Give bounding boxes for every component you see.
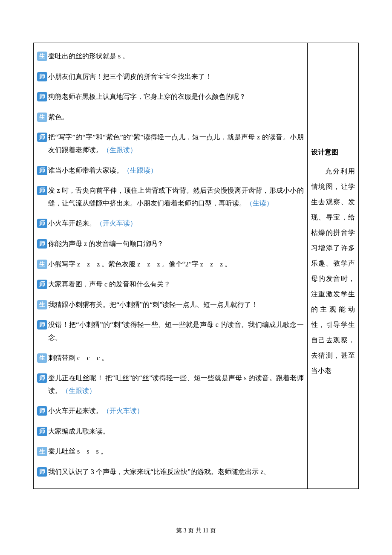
teacher-badge-icon: 师	[37, 166, 47, 175]
speech-text: 狗熊老师在黑板上认真地写字，它身上穿的衣服是什么颜色的呢？	[48, 93, 246, 100]
teacher-badge-icon: 师	[37, 406, 47, 416]
design-intent-text: 充分利用情境图，让学生去观察、发现、寻宝，给枯燥的拼音学习增添了许多乐趣。教学声…	[311, 168, 355, 374]
speech-text: 蚕吐出的丝的形状就是 s 。	[48, 52, 129, 60]
teacher-badge-icon: 师	[37, 72, 47, 81]
dialogue-text: 蚕吐出的丝的形状就是 s 。	[48, 50, 304, 63]
dialogue-line: 生小熊写字 z z z 。紫色衣服 z z z 。像个“2”字 z z z 。	[37, 258, 304, 271]
dialogue-text: 狗熊老师在黑板上认真地写字，它身上穿的衣服是什么颜色的呢？	[48, 90, 304, 103]
dialogue-line: 师我们又认识了 3 个声母，大家来玩“比谁反应快”的游戏。老师随意出示 z、	[37, 465, 304, 478]
speech-text: 我猜跟小刺猬有关。把“小刺猬”的“刺”读轻一点儿、短一点儿就行了！	[48, 301, 258, 308]
annotation-text: （生跟读）	[103, 146, 137, 153]
dialogue-text: 你能为声母 z 的发音编一句顺口溜吗？	[48, 237, 304, 250]
dialogue-text: 谁当小老师带着大家读。（生跟读）	[48, 164, 304, 177]
teacher-badge-icon: 师	[37, 92, 47, 101]
dialogue-text: 蚕儿正在吐丝呢！ 把“吐丝”的“丝”读得轻一些、短一些就是声母 s 的读音。跟着…	[48, 372, 304, 397]
dialogue-text: 大家再看图，声母 c 的发音和什么有关？	[48, 278, 304, 291]
dialogue-text: 没错！把“小刺猬”的“刺”读得轻一些、短一些就是声母 c 的读音。我们编成儿歌念…	[48, 318, 304, 344]
dialogue-line: 生紫色。	[37, 111, 304, 124]
speech-text: 小熊写字 z z z 。紫色衣服 z z z 。像个“2”字 z z z 。	[48, 260, 231, 268]
student-badge-icon: 生	[37, 52, 47, 61]
student-badge-icon: 生	[37, 447, 47, 456]
speech-text: 小朋友们真厉害！把三个调皮的拼音宝宝全找出来了！	[48, 73, 212, 80]
teacher-badge-icon: 师	[37, 320, 47, 330]
dialogue-text: 我们又认识了 3 个声母，大家来玩“比谁反应快”的游戏。老师随意出示 z、	[48, 465, 304, 478]
annotation-text: （生读）	[246, 199, 273, 207]
dialogue-line: 师发 z 时，舌尖向前平伸，顶住上齿背或下齿背。然后舌尖慢慢离开齿背，形成小小的…	[37, 184, 304, 209]
dialogue-text: 蚕儿吐丝 s s s 。	[48, 445, 304, 458]
page: 生蚕吐出的丝的形状就是 s 。师小朋友们真厉害！把三个调皮的拼音宝宝全找出来了！…	[0, 0, 392, 555]
annotation-text: （生跟读）	[123, 167, 157, 174]
speech-text: 刺猬带刺 c c c 。	[48, 354, 108, 361]
dialogue-line: 师把“写字”的“字”和“紫色”的“紫”读得轻一点儿，短一点儿，就是声母 z 的读…	[37, 131, 304, 156]
dialogue-text: 小朋友们真厉害！把三个调皮的拼音宝宝全找出来了！	[48, 70, 304, 83]
dialogue-line: 生蚕吐出的丝的形状就是 s 。	[37, 50, 304, 63]
dialogue-text: 发 z 时，舌尖向前平伸，顶住上齿背或下齿背。然后舌尖慢慢离开齿背，形成小小的缝…	[48, 184, 304, 209]
speech-text: 你能为声母 z 的发音编一句顺口溜吗？	[48, 240, 164, 247]
teacher-badge-icon: 师	[37, 467, 47, 477]
dialogue-line: 师狗熊老师在黑板上认真地写字，它身上穿的衣服是什么颜色的呢？	[37, 90, 304, 103]
dialogue-text: 我猜跟小刺猬有关。把“小刺猬”的“刺”读轻一点儿、短一点儿就行了！	[48, 298, 304, 311]
dialogue-line: 生刺猬带刺 c c c 。	[37, 352, 304, 364]
student-badge-icon: 生	[37, 353, 47, 363]
teacher-badge-icon: 师	[37, 373, 47, 383]
dialogue-column: 生蚕吐出的丝的形状就是 s 。师小朋友们真厉害！把三个调皮的拼音宝宝全找出来了！…	[34, 43, 308, 489]
teacher-badge-icon: 师	[37, 186, 47, 195]
dialogue-line: 师没错！把“小刺猬”的“刺”读得轻一些、短一些就是声母 c 的读音。我们编成儿歌…	[37, 318, 304, 344]
speech-text: 我们又认识了 3 个声母，大家来玩“比谁反应快”的游戏。老师随意出示 z、	[48, 468, 270, 475]
speech-text: 小火车开起来读。	[48, 407, 103, 414]
dialogue-line: 师小朋友们真厉害！把三个调皮的拼音宝宝全找出来了！	[37, 70, 304, 83]
dialogue-line: 师大家再看图，声母 c 的发音和什么有关？	[37, 278, 304, 291]
teacher-badge-icon: 师	[37, 427, 47, 436]
dialogue-line: 师谁当小老师带着大家读。（生跟读）	[37, 164, 304, 177]
dialogue-text: 刺猬带刺 c c c 。	[48, 352, 304, 364]
annotation-text: （生跟读）	[62, 387, 96, 394]
student-badge-icon: 生	[37, 300, 47, 309]
teacher-badge-icon: 师	[37, 133, 47, 142]
speech-text: 把“写字”的“字”和“紫色”的“紫”读得轻一点儿，短一点儿，就是声母 z 的读音…	[48, 133, 304, 153]
speech-text: 紫色。	[48, 113, 69, 121]
dialogue-line: 师大家编成儿歌来读。	[37, 425, 304, 438]
design-intent-heading: 设计意图	[311, 148, 355, 157]
dialogue-line: 师小火车开起来读。（开火车读）	[37, 405, 304, 417]
speech-text: 谁当小老师带着大家读。	[48, 167, 123, 174]
dialogue-text: 小火车开起来。（开火车读）	[48, 217, 304, 230]
dialogue-line: 师你能为声母 z 的发音编一句顺口溜吗？	[37, 237, 304, 250]
dialogue-lines: 生蚕吐出的丝的形状就是 s 。师小朋友们真厉害！把三个调皮的拼音宝宝全找出来了！…	[37, 50, 304, 478]
dialogue-line: 师蚕儿正在吐丝呢！ 把“吐丝”的“丝”读得轻一些、短一些就是声母 s 的读音。跟…	[37, 372, 304, 397]
teacher-badge-icon: 师	[37, 280, 47, 289]
dialogue-text: 把“写字”的“字”和“紫色”的“紫”读得轻一点儿，短一点儿，就是声母 z 的读音…	[48, 131, 304, 156]
speech-text: 蚕儿吐丝 s s s 。	[48, 448, 107, 455]
speech-text: 大家编成儿歌来读。	[48, 428, 110, 435]
annotation-text: （开火车读）	[103, 407, 144, 414]
speech-text: 小火车开起来。	[48, 220, 96, 227]
annotation-text: （开火车读）	[96, 220, 137, 227]
speech-text: 没错！把“小刺猬”的“刺”读得轻一些、短一些就是声母 c 的读音。我们编成儿歌念…	[48, 321, 304, 341]
teacher-badge-icon: 师	[37, 239, 47, 249]
page-footer: 第 3 页 共 11 页	[0, 527, 392, 535]
content-table: 生蚕吐出的丝的形状就是 s 。师小朋友们真厉害！把三个调皮的拼音宝宝全找出来了！…	[33, 43, 359, 489]
dialogue-text: 紫色。	[48, 111, 304, 124]
dialogue-line: 生蚕儿吐丝 s s s 。	[37, 445, 304, 458]
speech-text: 大家再看图，声母 c 的发音和什么有关？	[48, 280, 170, 288]
dialogue-text: 小火车开起来读。（开火车读）	[48, 405, 304, 417]
student-badge-icon: 生	[37, 113, 47, 122]
dialogue-line: 生我猜跟小刺猬有关。把“小刺猬”的“刺”读轻一点儿、短一点儿就行了！	[37, 298, 304, 311]
design-intent-body: 充分利用情境图，让学生去观察、发现、寻宝，给枯燥的拼音学习增添了许多乐趣。教学声…	[311, 164, 355, 379]
dialogue-text: 大家编成儿歌来读。	[48, 425, 304, 438]
student-badge-icon: 生	[37, 260, 47, 269]
teacher-badge-icon: 师	[37, 219, 47, 228]
dialogue-text: 小熊写字 z z z 。紫色衣服 z z z 。像个“2”字 z z z 。	[48, 258, 304, 271]
dialogue-line: 师小火车开起来。（开火车读）	[37, 217, 304, 230]
design-intent-column: 设计意图 充分利用情境图，让学生去观察、发现、寻宝，给枯燥的拼音学习增添了许多乐…	[307, 43, 358, 489]
